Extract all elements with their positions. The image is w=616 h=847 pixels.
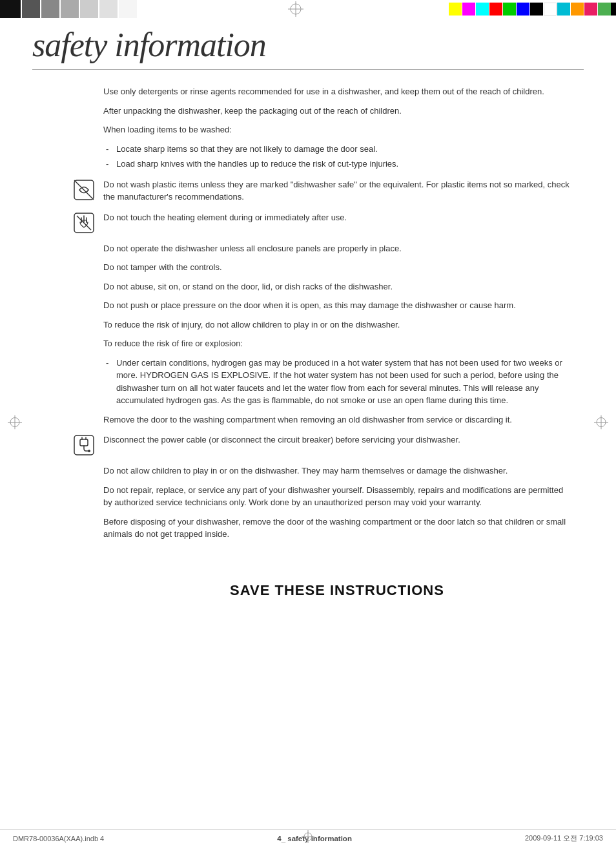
bullet-sharp-items: Locate sharp items so that they are not …: [103, 143, 571, 156]
plug-icon: [71, 432, 97, 458]
paragraph-loading: When loading items to be washed:: [103, 123, 571, 136]
crosshair-top: [142, 0, 449, 18]
footer-safety-label: safety information: [287, 835, 352, 842]
crosshair-right: [594, 415, 608, 432]
content-area: Use only detergents or rinse agents reco…: [103, 85, 571, 601]
page-number-label: 4_: [277, 835, 287, 842]
paragraph-unpacking: After unpacking the dishwasher, keep the…: [103, 105, 571, 118]
black-blocks-left: [0, 0, 142, 18]
icon-row-disconnect: Disconnect the power cable (or disconnec…: [71, 432, 571, 458]
black-end-right: [611, 3, 616, 16]
fire-bullets: Under certain conditions, hydrogen gas m…: [103, 357, 571, 407]
paragraph-remove-door: Remove the door to the washing compartme…: [103, 413, 571, 426]
top-registration-bar: [0, 0, 616, 18]
no-touch-text: Do not touch the heating element during …: [103, 210, 571, 224]
crosshair-bottom: [302, 830, 314, 846]
paragraph-children-play: Do not allow children to play in or on t…: [103, 465, 571, 477]
page-footer-label: 4_ safety information: [277, 835, 352, 842]
icon-row-no-touch: Do not touch the heating element during …: [71, 210, 571, 236]
svg-line-10: [74, 180, 94, 200]
hand-warning-icon: [71, 210, 97, 236]
no-plastic-text: Do not wash plastic items unless they ar…: [103, 177, 571, 204]
bottom-bar: DMR78-00036A(XAA).indb 4 4_ safety infor…: [0, 829, 616, 847]
page-content: safety information Use only detergents o…: [32, 26, 584, 815]
crosshair-left: [8, 415, 22, 432]
paragraph-pressure: Do not push or place pressure on the doo…: [103, 299, 571, 312]
svg-rect-13: [74, 435, 94, 455]
disconnect-text: Disconnect the power cable (or disconnec…: [103, 432, 571, 446]
bullet-hydrogen: Under certain conditions, hydrogen gas m…: [103, 357, 571, 407]
paragraph-fire: To reduce the risk of fire or explosion:: [103, 337, 571, 350]
bullet-knives: Load sharp knives with the handles up to…: [103, 158, 571, 171]
paragraph-injury: To reduce the risk of injury, do not all…: [103, 319, 571, 331]
page-title: safety information: [32, 26, 584, 70]
bottom-right-text: 2009-09-11 오전 7:19:03: [525, 833, 603, 843]
paragraph-disposing: Before disposing of your dishwasher, rem…: [103, 516, 571, 541]
save-instructions: SAVE THESE INSTRUCTIONS: [103, 580, 571, 601]
svg-point-17: [88, 450, 90, 452]
no-wash-icon: [71, 177, 97, 203]
paragraph-detergents: Use only detergents or rinse agents reco…: [103, 85, 571, 98]
color-blocks-right: [449, 0, 611, 18]
paragraph-repair: Do not repair, replace, or service any p…: [103, 484, 571, 509]
svg-rect-14: [80, 439, 88, 446]
icon-row-no-plastic: Do not wash plastic items unless they ar…: [71, 177, 571, 204]
paragraph-tamper: Do not tamper with the controls.: [103, 261, 571, 274]
paragraph-abuse: Do not abuse, sit on, or stand on the do…: [103, 280, 571, 293]
bottom-left-text: DMR78-00036A(XAA).indb 4: [13, 835, 104, 842]
paragraph-panels: Do not operate the dishwasher unless all…: [103, 242, 571, 255]
loading-bullets: Locate sharp items so that they are not …: [103, 143, 571, 171]
